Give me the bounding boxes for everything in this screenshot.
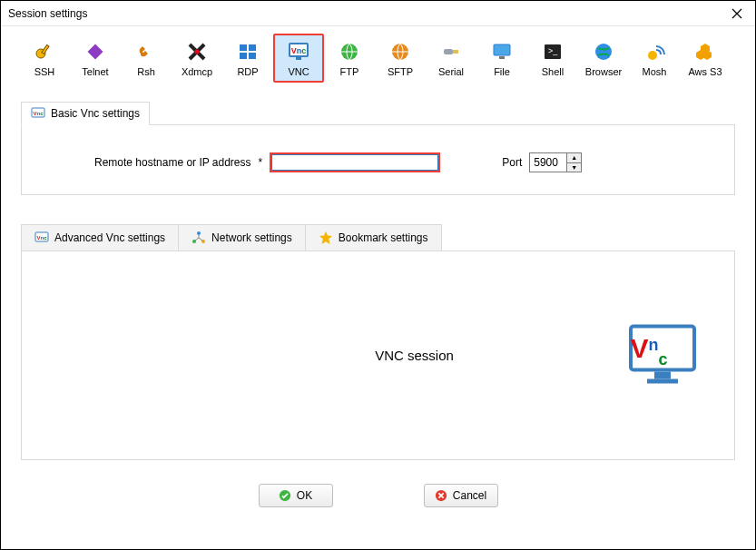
tab-label: Network settings xyxy=(211,231,292,244)
hostname-input[interactable] xyxy=(270,152,440,172)
svg-rect-15 xyxy=(494,44,510,55)
session-type-toolbar: SSH Telnet Rsh Xdmcp RDP xyxy=(1,26,755,86)
basic-vnc-settings-tab[interactable]: Vnc Basic Vnc settings xyxy=(21,102,150,125)
svg-point-3 xyxy=(195,50,200,54)
session-type-label: Mosh xyxy=(643,66,667,77)
session-type-label: Xdmcp xyxy=(182,66,212,77)
vnc-large-icon: Vnc xyxy=(627,322,698,388)
session-type-ssh[interactable]: SSH xyxy=(19,34,70,83)
session-type-label: Shell xyxy=(542,66,564,77)
monitor-icon xyxy=(491,41,513,63)
svg-point-19 xyxy=(595,44,612,60)
network-icon xyxy=(191,231,206,245)
serial-icon xyxy=(440,41,462,63)
globe-orange-icon xyxy=(389,41,411,63)
port-decrement-button[interactable]: ▼ xyxy=(567,163,581,172)
titlebar: Session settings xyxy=(1,1,755,26)
session-type-label: RDP xyxy=(237,66,258,77)
vnc-icon: Vnc xyxy=(34,231,49,245)
svg-rect-14 xyxy=(453,50,458,54)
svg-rect-13 xyxy=(444,49,453,54)
session-type-serial[interactable]: Serial xyxy=(426,34,476,83)
tab-label: Advanced Vnc settings xyxy=(54,231,165,244)
satellite-icon xyxy=(643,41,665,63)
cubes-icon xyxy=(694,41,716,63)
svg-point-20 xyxy=(648,51,657,60)
hostname-label: Remote hostname or IP address xyxy=(94,156,251,169)
session-type-label: SSH xyxy=(34,66,55,77)
session-description-panel: VNC session Vnc xyxy=(21,251,735,460)
ok-button[interactable]: OK xyxy=(259,484,333,507)
svg-rect-2 xyxy=(88,44,103,60)
session-type-label: Telnet xyxy=(82,66,108,77)
ok-button-label: OK xyxy=(297,489,312,502)
svg-rect-7 xyxy=(249,53,256,59)
globe-blue-icon xyxy=(593,41,614,63)
session-type-label: SFTP xyxy=(388,66,413,77)
basic-tab-label: Basic Vnc settings xyxy=(51,107,140,120)
tab-bookmark-settings[interactable]: Bookmark settings xyxy=(305,224,442,250)
vnc-icon: Vnc xyxy=(288,41,309,63)
port-spinner: ▲ ▼ xyxy=(529,152,582,172)
cancel-button[interactable]: Cancel xyxy=(424,484,498,507)
required-mark: * xyxy=(259,156,263,169)
vnc-icon: Vnc xyxy=(31,106,45,121)
svg-rect-4 xyxy=(240,44,247,51)
basic-vnc-settings-panel: Vnc Basic Vnc settings Remote hostname o… xyxy=(21,124,735,195)
session-type-browser[interactable]: Browser xyxy=(578,34,629,83)
session-description-text: VNC session xyxy=(375,348,454,363)
close-button[interactable] xyxy=(726,3,748,25)
key-icon xyxy=(34,41,55,63)
svg-rect-16 xyxy=(499,56,505,59)
svg-text:Vnc: Vnc xyxy=(36,235,47,241)
content-area: Vnc Basic Vnc settings Remote hostname o… xyxy=(1,86,755,507)
svg-rect-31 xyxy=(647,378,678,383)
session-type-telnet[interactable]: Telnet xyxy=(70,34,121,83)
dialog-button-row: OK Cancel xyxy=(21,484,735,507)
window-title: Session settings xyxy=(8,7,87,20)
secondary-tabstrip: Vnc Advanced Vnc settings Network settin… xyxy=(21,224,735,251)
terminal-icon: >_ xyxy=(542,41,564,63)
session-type-label: Serial xyxy=(438,66,464,77)
svg-text:>_: >_ xyxy=(548,46,558,55)
session-type-xdmcp[interactable]: Xdmcp xyxy=(172,34,222,83)
session-type-file[interactable]: File xyxy=(476,34,527,83)
diamond-icon xyxy=(84,41,106,63)
port-input[interactable] xyxy=(530,153,566,172)
port-label: Port xyxy=(502,156,522,169)
session-type-shell[interactable]: >_ Shell xyxy=(527,34,578,83)
tab-advanced-vnc-settings[interactable]: Vnc Advanced Vnc settings xyxy=(21,224,179,250)
session-type-sftp[interactable]: SFTP xyxy=(375,34,426,83)
x-icon xyxy=(186,41,208,63)
session-type-vnc[interactable]: Vnc VNC xyxy=(273,34,324,83)
session-type-label: Rsh xyxy=(137,66,155,77)
basic-settings-row: Remote hostname or IP address * Port ▲ ▼ xyxy=(40,152,716,172)
svg-text:Vnc: Vnc xyxy=(33,111,44,116)
link-icon xyxy=(135,41,157,63)
svg-rect-6 xyxy=(240,53,247,59)
session-type-label: FTP xyxy=(340,66,359,77)
session-type-label: Browser xyxy=(585,66,622,77)
session-type-rdp[interactable]: RDP xyxy=(222,34,273,83)
session-type-rsh[interactable]: Rsh xyxy=(121,34,172,83)
session-type-label: File xyxy=(494,66,510,77)
cancel-button-label: Cancel xyxy=(453,489,486,502)
session-type-label: Aws S3 xyxy=(688,66,722,77)
session-settings-window: Session settings SSH Telnet Rsh xyxy=(0,0,756,550)
port-increment-button[interactable]: ▲ xyxy=(567,153,581,163)
svg-point-25 xyxy=(197,231,201,235)
svg-rect-30 xyxy=(654,371,671,378)
session-type-label: VNC xyxy=(288,66,309,77)
session-type-mosh[interactable]: Mosh xyxy=(629,34,680,83)
windows-icon xyxy=(237,41,259,63)
star-icon xyxy=(319,231,333,245)
session-type-ftp[interactable]: FTP xyxy=(324,34,375,83)
session-type-aws-s3[interactable]: Aws S3 xyxy=(680,34,731,83)
tab-label: Bookmark settings xyxy=(339,231,428,244)
tab-network-settings[interactable]: Network settings xyxy=(178,224,306,250)
svg-rect-5 xyxy=(249,44,256,51)
globe-green-icon xyxy=(339,41,360,63)
svg-rect-10 xyxy=(296,57,301,60)
svg-text:Vnc: Vnc xyxy=(291,46,307,55)
